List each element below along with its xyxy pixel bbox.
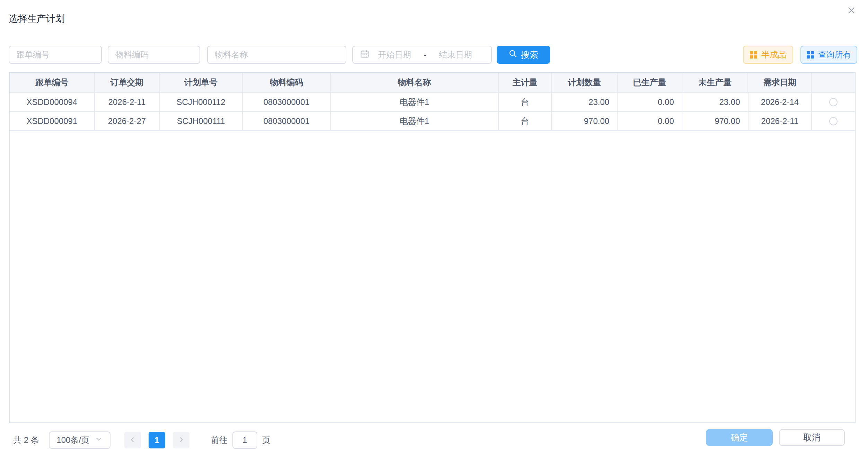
filter-bar-spacer bbox=[550, 46, 743, 64]
goto-label: 前往 bbox=[211, 435, 228, 446]
query-all-label: 查询所有 bbox=[818, 49, 851, 60]
column-header-planned-qty: 计划数量 bbox=[552, 73, 618, 92]
cell-demand-date: 2026-2-11 bbox=[749, 112, 812, 130]
column-header-unit: 主计量 bbox=[499, 73, 552, 92]
column-header-plan-no: 计划单号 bbox=[160, 73, 243, 92]
column-header-order-no: 跟单编号 bbox=[10, 73, 95, 92]
cancel-button[interactable]: 取消 bbox=[779, 429, 845, 446]
query-all-button[interactable]: 查询所有 bbox=[800, 46, 857, 64]
chevron-down-icon bbox=[95, 435, 103, 445]
cell-order-no: XSDD000091 bbox=[10, 112, 95, 130]
row-select-radio[interactable] bbox=[829, 117, 838, 125]
total-count: 共 2 条 bbox=[13, 435, 39, 446]
column-header-unproduced-qty: 未生产量 bbox=[682, 73, 749, 92]
cell-order-date: 2026-2-27 bbox=[95, 112, 160, 130]
cell-order-no: XSDD000094 bbox=[10, 93, 95, 111]
cell-material-code: 0803000001 bbox=[243, 112, 331, 130]
column-header-demand-date: 需求日期 bbox=[748, 73, 812, 92]
date-range-picker[interactable]: 开始日期 - 结束日期 bbox=[352, 46, 492, 64]
table-row[interactable]: XSDD000094 2026-2-11 SCJH000112 08030000… bbox=[10, 93, 855, 112]
cell-unproduced-qty: 23.00 bbox=[682, 93, 749, 111]
filter-bar: 开始日期 - 结束日期 搜索 半成品 查询所有 bbox=[9, 46, 857, 64]
chevron-right-icon bbox=[177, 436, 185, 445]
date-end-placeholder[interactable]: 结束日期 bbox=[439, 49, 472, 60]
prev-page-button[interactable] bbox=[124, 432, 141, 448]
cell-unit: 台 bbox=[499, 112, 552, 130]
date-separator: - bbox=[424, 50, 426, 60]
dialog-title: 选择生产计划 bbox=[9, 12, 65, 25]
cell-order-date: 2026-2-11 bbox=[95, 93, 160, 111]
search-button-label: 搜索 bbox=[521, 49, 538, 61]
cell-produced-qty: 0.00 bbox=[618, 112, 682, 130]
select-production-plan-dialog: 选择生产计划 开始日期 - 结束日期 bbox=[0, 0, 868, 455]
cell-produced-qty: 0.00 bbox=[618, 93, 682, 111]
cell-planned-qty: 23.00 bbox=[552, 93, 618, 111]
next-page-button[interactable] bbox=[173, 432, 189, 448]
confirm-button[interactable]: 确定 bbox=[706, 429, 773, 446]
table-header-row: 跟单编号 订单交期 计划单号 物料编码 物料名称 主计量 计划数量 已生产量 未… bbox=[10, 73, 855, 93]
order-no-input[interactable] bbox=[9, 46, 102, 64]
table-row[interactable]: XSDD000091 2026-2-27 SCJH000111 08030000… bbox=[10, 112, 855, 131]
goto-page-input[interactable] bbox=[232, 431, 257, 449]
production-plans-table: 跟单编号 订单交期 计划单号 物料编码 物料名称 主计量 计划数量 已生产量 未… bbox=[9, 72, 856, 423]
row-select-radio[interactable] bbox=[829, 98, 838, 106]
cell-unit: 台 bbox=[499, 93, 552, 111]
grid-icon bbox=[807, 51, 814, 59]
column-header-select bbox=[812, 73, 855, 92]
cell-material-name: 电器件1 bbox=[331, 112, 498, 130]
search-icon bbox=[508, 49, 517, 60]
cell-material-name: 电器件1 bbox=[331, 93, 498, 111]
page-size-value: 100条/页 bbox=[56, 435, 89, 446]
cell-material-code: 0803000001 bbox=[243, 93, 331, 111]
chevron-left-icon bbox=[129, 436, 136, 445]
cell-demand-date: 2026-2-14 bbox=[749, 93, 812, 111]
cell-planned-qty: 970.00 bbox=[552, 112, 618, 130]
page-size-select[interactable]: 100条/页 bbox=[49, 431, 110, 449]
semi-finished-label: 半成品 bbox=[761, 49, 786, 60]
close-button[interactable] bbox=[845, 5, 858, 17]
column-header-order-date: 订单交期 bbox=[95, 73, 160, 92]
column-header-produced-qty: 已生产量 bbox=[618, 73, 682, 92]
page-number-button[interactable]: 1 bbox=[149, 432, 165, 448]
close-icon bbox=[846, 5, 857, 17]
cell-plan-no: SCJH000112 bbox=[160, 93, 243, 111]
cell-plan-no: SCJH000111 bbox=[160, 112, 243, 130]
page-unit-label: 页 bbox=[262, 435, 271, 446]
calendar-icon bbox=[360, 49, 370, 60]
column-header-material-name: 物料名称 bbox=[331, 73, 498, 92]
semi-finished-button[interactable]: 半成品 bbox=[743, 46, 793, 64]
pagination-bar: 共 2 条 100条/页 1 前往 页 bbox=[13, 431, 271, 449]
cell-unproduced-qty: 970.00 bbox=[682, 112, 749, 130]
grid-icon bbox=[750, 51, 757, 59]
date-start-placeholder[interactable]: 开始日期 bbox=[378, 49, 411, 60]
column-header-material-code: 物料编码 bbox=[243, 73, 331, 92]
material-name-input[interactable] bbox=[207, 46, 346, 64]
search-button[interactable]: 搜索 bbox=[497, 46, 550, 64]
material-code-input[interactable] bbox=[108, 46, 200, 64]
